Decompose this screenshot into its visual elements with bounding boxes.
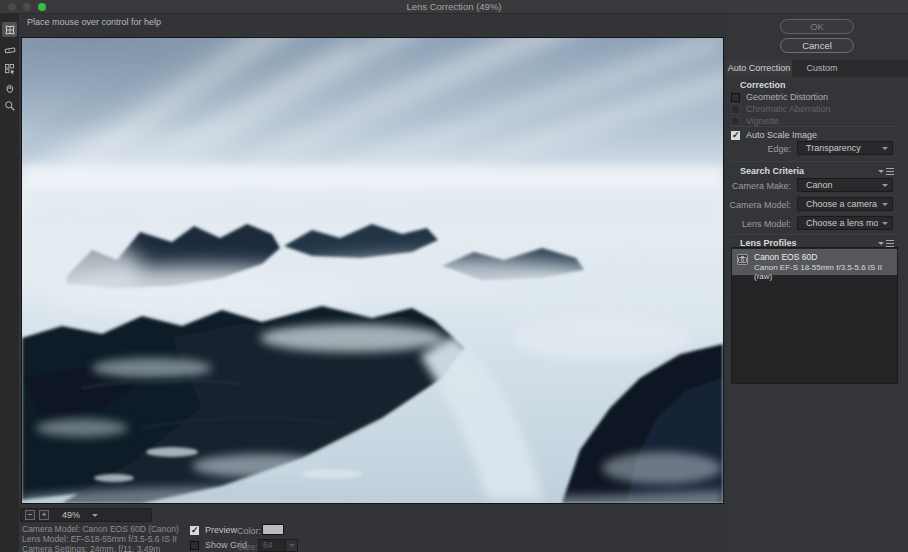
lens-profile-icon bbox=[737, 254, 748, 265]
edge-select[interactable]: Transparency bbox=[797, 141, 893, 155]
straighten-tool[interactable] bbox=[2, 42, 17, 57]
zoom-out-button[interactable]: − bbox=[25, 510, 35, 520]
correction-header: Correction bbox=[740, 80, 786, 90]
preview-label: Preview bbox=[205, 525, 237, 535]
camera-settings-line: Camera Settings: 24mm, f/11, 3.49m bbox=[22, 544, 179, 552]
color-label: Color: bbox=[237, 526, 261, 536]
checkbox-unchecked-icon: ✓ bbox=[731, 93, 740, 102]
lens-model-label: Lens Model: bbox=[726, 219, 791, 229]
hand-icon bbox=[4, 82, 16, 94]
lens-model-value: Choose a lens model bbox=[806, 217, 878, 229]
divider bbox=[731, 234, 897, 235]
move-grid-icon bbox=[4, 63, 16, 75]
divider bbox=[731, 161, 897, 162]
camera-info: Camera Model: Canon EOS 60D (Canon) Lens… bbox=[22, 524, 179, 552]
lens-model-line: Lens Model: EF-S18-55mm f/3.5-5.6 IS II bbox=[22, 534, 179, 544]
camera-make-label: Camera Make: bbox=[726, 181, 791, 191]
remove-distortion-icon bbox=[4, 24, 16, 36]
zoom-controls: − + 49% bbox=[20, 508, 152, 522]
vignette-label: Vignette bbox=[746, 116, 779, 126]
tab-auto-correction[interactable]: Auto Correction bbox=[726, 60, 792, 77]
checkbox-checked-icon: ✓ bbox=[190, 526, 199, 535]
ok-button[interactable]: OK bbox=[780, 19, 854, 34]
camera-model-label: Camera Model: bbox=[726, 200, 791, 210]
remove-distortion-tool[interactable] bbox=[2, 22, 17, 37]
zoom-icon bbox=[4, 100, 16, 112]
edge-label: Edge: bbox=[726, 144, 791, 154]
zoom-level-select[interactable]: 49% bbox=[62, 510, 80, 520]
geometric-distortion-checkbox[interactable]: ✓ Geometric Distortion bbox=[731, 92, 828, 102]
checkbox-disabled-icon: ✓ bbox=[731, 105, 740, 114]
camera-model-line: Camera Model: Canon EOS 60D (Canon) bbox=[22, 524, 179, 534]
lens-profiles-list[interactable]: Canon EOS 60D Canon EF-S 18-55mm f/3.5-5… bbox=[731, 247, 898, 384]
profile-lens-name: Canon EF-S 18-55mm f/3.5-5.6 IS II (raw) bbox=[754, 263, 897, 281]
straighten-icon bbox=[4, 44, 16, 56]
zoom-tool[interactable] bbox=[2, 98, 17, 113]
size-label: Size: bbox=[238, 542, 258, 552]
minus-icon: − bbox=[28, 510, 33, 519]
search-criteria-header: Search Criteria bbox=[740, 166, 804, 176]
preview-checkbox[interactable]: ✓ Preview bbox=[190, 525, 237, 535]
chevron-down-icon[interactable] bbox=[92, 514, 98, 520]
grid-size-value: 64 bbox=[259, 540, 285, 551]
tool-rail bbox=[0, 14, 19, 552]
camera-model-value: Choose a camera model bbox=[806, 198, 878, 210]
checkbox-checked-icon: ✓ bbox=[731, 131, 740, 140]
auto-scale-image-label: Auto Scale Image bbox=[746, 130, 817, 140]
chevron-down-icon bbox=[882, 147, 888, 153]
checkbox-unchecked-icon: ✓ bbox=[190, 541, 199, 550]
lens-profile-item-selected[interactable]: Canon EOS 60D Canon EF-S 18-55mm f/3.5-5… bbox=[732, 249, 897, 275]
seascape-image bbox=[22, 38, 723, 503]
hand-tool[interactable] bbox=[2, 80, 17, 95]
grid-color-swatch[interactable] bbox=[262, 524, 284, 535]
lens-correction-dialog: Lens Correction (49%) bbox=[0, 0, 908, 552]
zoom-in-button[interactable]: + bbox=[39, 510, 49, 520]
chromatic-aberration-checkbox[interactable]: ✓ Chromatic Aberration bbox=[731, 104, 831, 114]
chevron-down-icon bbox=[882, 222, 888, 228]
chevron-down-icon bbox=[882, 203, 888, 209]
auto-scale-image-checkbox[interactable]: ✓ Auto Scale Image bbox=[731, 130, 817, 140]
chevron-down-icon bbox=[285, 540, 297, 551]
plus-icon: + bbox=[42, 510, 47, 519]
cancel-button[interactable]: Cancel bbox=[780, 38, 854, 53]
geometric-distortion-label: Geometric Distortion bbox=[746, 92, 828, 102]
move-grid-tool[interactable] bbox=[2, 61, 17, 76]
settings-panel: OK Cancel Auto Correction Custom Correct… bbox=[726, 14, 908, 552]
chevron-down-icon bbox=[882, 184, 888, 190]
window-title: Lens Correction (49%) bbox=[0, 0, 908, 14]
checkbox-disabled-icon: ✓ bbox=[731, 117, 740, 126]
preview-canvas[interactable] bbox=[22, 38, 723, 503]
help-hint: Place mouse over control for help bbox=[27, 17, 161, 27]
grid-size-select[interactable]: 64 bbox=[258, 539, 298, 552]
lens-model-select[interactable]: Choose a lens model bbox=[797, 216, 893, 230]
camera-make-select[interactable]: Canon bbox=[797, 178, 893, 192]
vignette-checkbox[interactable]: ✓ Vignette bbox=[731, 116, 779, 126]
chromatic-aberration-label: Chromatic Aberration bbox=[746, 104, 831, 114]
divider bbox=[731, 126, 897, 127]
camera-make-value: Canon bbox=[806, 179, 878, 191]
tab-bar: Auto Correction Custom bbox=[726, 60, 908, 77]
title-bar: Lens Correction (49%) bbox=[0, 0, 908, 14]
camera-model-select[interactable]: Choose a camera model bbox=[797, 197, 893, 211]
panel-menu-icon[interactable] bbox=[878, 167, 894, 176]
profile-camera-name: Canon EOS 60D bbox=[754, 252, 817, 262]
tab-custom[interactable]: Custom bbox=[792, 60, 852, 77]
edge-value: Transparency bbox=[806, 142, 878, 154]
